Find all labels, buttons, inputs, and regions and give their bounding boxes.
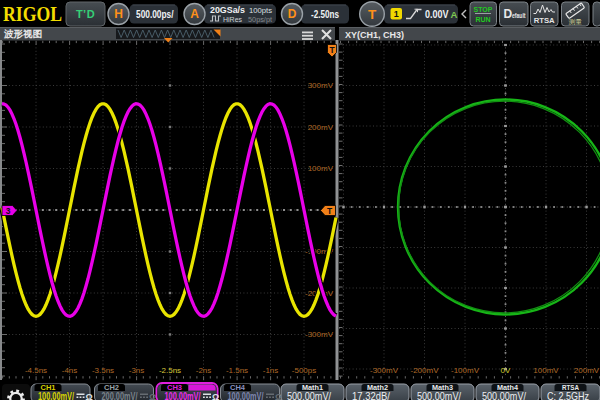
- svg-text:RIGOL: RIGOL: [3, 2, 62, 26]
- svg-text:-2ns: -2ns: [196, 366, 212, 375]
- svg-text:200mV: 200mV: [574, 366, 600, 375]
- svg-text:波形视图: 波形视图: [3, 28, 42, 39]
- svg-text:17.32dB/: 17.32dB/: [352, 390, 390, 400]
- svg-text:50ps/pt: 50ps/pt: [248, 15, 272, 24]
- svg-text:-1.5ns: -1.5ns: [226, 366, 248, 375]
- svg-text:500.00mV/: 500.00mV/: [482, 390, 526, 400]
- svg-text:RUN: RUN: [475, 16, 490, 23]
- svg-text:Ω: Ω: [212, 392, 219, 400]
- svg-text:STOP: STOP: [474, 6, 493, 13]
- svg-text:-100mV: -100mV: [451, 366, 480, 375]
- svg-text:-3.5ns: -3.5ns: [92, 366, 114, 375]
- svg-text:-1ns: -1ns: [263, 366, 279, 375]
- svg-text:-2.50ns: -2.50ns: [311, 9, 339, 20]
- svg-text:200mV: 200mV: [308, 123, 334, 132]
- svg-text:C: 2.5GHz: C: 2.5GHz: [547, 390, 589, 400]
- svg-text:A: A: [451, 9, 458, 20]
- svg-text:500.00ps/: 500.00ps/: [136, 9, 174, 20]
- svg-text:500.00mV/: 500.00mV/: [417, 390, 461, 400]
- svg-text:20GSa/s: 20GSa/s: [210, 5, 245, 15]
- svg-text:A: A: [190, 7, 199, 21]
- svg-text:HiRes: HiRes: [223, 15, 242, 24]
- svg-text:3: 3: [6, 206, 11, 216]
- svg-text:-500ps: -500ps: [292, 366, 316, 375]
- svg-text:100mV: 100mV: [533, 366, 559, 375]
- svg-text:-200mV: -200mV: [410, 366, 439, 375]
- svg-text:RTSA: RTSA: [534, 16, 555, 25]
- svg-text:100.00mV/: 100.00mV/: [38, 390, 74, 400]
- svg-text:T’D: T’D: [76, 8, 95, 20]
- svg-text:T: T: [368, 7, 377, 22]
- svg-text:Ω: Ω: [86, 392, 93, 400]
- svg-text:efault: efault: [512, 11, 526, 20]
- svg-text:300mV: 300mV: [308, 81, 334, 90]
- svg-text:-3ns: -3ns: [129, 366, 145, 375]
- svg-text:T: T: [327, 206, 333, 216]
- svg-text:-4ns: -4ns: [62, 366, 78, 375]
- svg-text:1: 1: [394, 9, 399, 19]
- svg-text:-300mV: -300mV: [370, 366, 399, 375]
- svg-text:100.00mV/: 100.00mV/: [228, 390, 264, 400]
- svg-text:500.00mV/: 500.00mV/: [287, 390, 331, 400]
- svg-text:-4.5ns: -4.5ns: [25, 366, 47, 375]
- svg-text:100pts: 100pts: [249, 6, 272, 15]
- svg-text:-2.5ns: -2.5ns: [159, 366, 181, 375]
- svg-text:200.00mV/: 200.00mV/: [102, 390, 138, 400]
- svg-text:测量: 测量: [568, 18, 582, 26]
- svg-text:Ω: Ω: [149, 392, 156, 400]
- svg-text:100.00mV/: 100.00mV/: [165, 390, 201, 400]
- svg-text:T: T: [329, 45, 335, 55]
- svg-text:-300mV: -300mV: [305, 330, 334, 339]
- svg-text:0V: 0V: [501, 366, 511, 375]
- svg-text:D: D: [288, 7, 297, 21]
- svg-text:H: H: [114, 7, 123, 21]
- svg-text:XY(CH1, CH3): XY(CH1, CH3): [345, 30, 404, 40]
- svg-text:100mV: 100mV: [308, 164, 334, 173]
- svg-text:0.00V: 0.00V: [425, 9, 449, 20]
